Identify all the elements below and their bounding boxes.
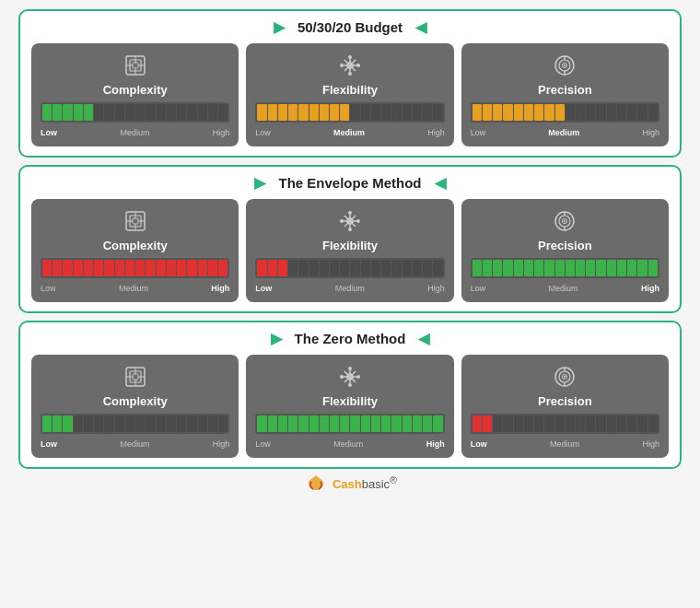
bar-segment-complexity-3-9 — [135, 415, 145, 432]
bar-segments-complexity-1 — [41, 102, 229, 123]
bar-segment-complexity-3-6 — [104, 415, 113, 432]
bar-labels-precision-2: LowMediumHigh — [471, 284, 659, 293]
bar-segment-flexibility-1-1 — [268, 104, 277, 121]
bar-segment-flexibility-3-6 — [320, 415, 329, 432]
bar-segment-flexibility-1-2 — [278, 104, 287, 121]
bar-label-complexity-3-medium: Medium — [120, 439, 149, 449]
bar-segment-precision-2-10 — [576, 260, 585, 276]
bar-segment-precision-3-7 — [544, 415, 554, 432]
bar-segment-precision-1-4 — [514, 104, 523, 121]
bar-segment-precision-3-10 — [576, 415, 585, 432]
svg-point-15 — [356, 64, 360, 67]
precision-icon — [550, 206, 579, 236]
bar-segment-complexity-2-13 — [177, 260, 186, 276]
bar-segment-complexity-2-11 — [157, 260, 166, 276]
cashbasic-logo-icon — [303, 473, 329, 493]
bar-segment-flexibility-3-16 — [423, 415, 432, 432]
bar-label-flexibility-2-medium: Medium — [335, 284, 365, 293]
bar-segment-complexity-2-15 — [198, 260, 207, 276]
bar-segment-precision-2-8 — [555, 260, 565, 276]
bar-container-complexity-2 — [41, 258, 229, 278]
bar-label-complexity-2-low: Low — [41, 284, 56, 293]
bar-segment-complexity-3-12 — [167, 415, 176, 432]
bar-segment-precision-3-8 — [555, 415, 565, 432]
bar-segment-complexity-2-8 — [125, 260, 134, 276]
bar-segment-complexity-1-11 — [157, 104, 166, 121]
bar-segment-flexibility-2-8 — [340, 260, 349, 276]
bar-segment-precision-2-16 — [637, 260, 647, 276]
section-zero: ▶The Zero Method◀ ComplexityLowMediumHig… — [18, 321, 682, 469]
bar-segment-complexity-1-17 — [218, 104, 228, 121]
bar-labels-precision-1: LowMediumHigh — [471, 128, 659, 137]
bar-segment-precision-2-12 — [596, 260, 605, 276]
precision-icon — [550, 362, 579, 392]
card-complexity-1: ComplexityLowMediumHigh — [31, 43, 239, 146]
bar-segment-complexity-3-0 — [42, 415, 52, 432]
bar-segment-flexibility-3-1 — [268, 415, 277, 432]
bar-segment-precision-1-14 — [617, 104, 626, 121]
bar-segment-precision-1-7 — [544, 104, 554, 121]
card-label-flexibility-2: Flexibility — [322, 239, 378, 252]
complexity-icon — [121, 362, 150, 392]
bar-segment-complexity-1-12 — [167, 104, 176, 121]
bar-segment-flexibility-2-6 — [320, 260, 329, 276]
bar-segment-precision-3-13 — [607, 415, 616, 432]
bar-segments-precision-3 — [471, 414, 659, 434]
bar-segment-flexibility-2-9 — [350, 260, 359, 276]
bar-container-precision-2 — [471, 258, 659, 278]
bar-segment-precision-1-15 — [627, 104, 636, 121]
bar-segment-flexibility-3-2 — [278, 415, 287, 432]
bar-segment-flexibility-2-7 — [330, 260, 339, 276]
svg-point-58 — [340, 375, 344, 379]
bar-segment-flexibility-2-5 — [309, 260, 319, 276]
bar-segment-precision-3-1 — [483, 415, 492, 432]
bar-segment-flexibility-2-15 — [413, 260, 422, 276]
bar-label-complexity-1-high: High — [213, 128, 230, 137]
bar-segment-precision-3-16 — [637, 415, 647, 432]
bar-label-flexibility-1-medium: Medium — [333, 128, 365, 137]
bar-segment-complexity-2-4 — [84, 260, 93, 276]
svg-rect-46 — [133, 374, 138, 380]
bar-label-flexibility-1-low: Low — [255, 128, 271, 137]
bar-segment-precision-1-10 — [576, 104, 585, 121]
card-precision-2: PrecisionLowMediumHigh — [461, 199, 669, 302]
card-label-complexity-2: Complexity — [103, 239, 168, 252]
bar-label-precision-1-medium: Medium — [548, 128, 579, 137]
section-title-wrap-envelope: ▶The Envelope Method◀ — [31, 174, 669, 192]
logo-text: Cashbasic® — [332, 474, 397, 491]
bar-segment-flexibility-1-4 — [298, 104, 308, 121]
bar-segment-precision-1-12 — [596, 104, 605, 121]
section-title-wrap-budget5030: ▶50/30/20 Budget◀ — [31, 18, 669, 36]
bar-segment-complexity-2-6 — [104, 260, 113, 276]
bar-segment-flexibility-1-15 — [413, 104, 422, 121]
bar-segment-complexity-3-16 — [208, 415, 217, 432]
svg-point-12 — [348, 55, 352, 59]
bar-segment-complexity-2-12 — [167, 260, 176, 276]
bar-labels-flexibility-3: LowMediumHigh — [255, 439, 444, 449]
card-precision-3: PrecisionLowMediumHigh — [461, 355, 669, 458]
svg-point-19 — [564, 64, 566, 66]
bar-segment-complexity-2-7 — [115, 260, 124, 276]
card-label-precision-3: Precision — [538, 394, 592, 408]
svg-point-36 — [340, 219, 344, 223]
bar-segments-complexity-2 — [41, 258, 229, 278]
bar-label-complexity-2-medium: Medium — [119, 284, 148, 293]
bar-label-precision-1-high: High — [642, 128, 659, 137]
bar-segment-flexibility-2-4 — [298, 260, 308, 276]
bar-segment-complexity-1-2 — [63, 104, 72, 121]
card-complexity-3: ComplexityLowMediumHigh — [31, 355, 239, 458]
arrow-right-icon: ◀ — [415, 18, 426, 36]
bar-label-complexity-2-high: High — [211, 284, 229, 293]
bar-segment-flexibility-2-1 — [268, 260, 277, 276]
bar-segment-flexibility-2-2 — [278, 260, 287, 276]
bar-segment-precision-3-17 — [648, 415, 658, 432]
bar-label-complexity-1-low: Low — [41, 128, 57, 137]
bar-segment-complexity-1-0 — [42, 104, 52, 121]
bar-label-flexibility-3-high: High — [426, 439, 445, 449]
card-label-complexity-3: Complexity — [103, 394, 168, 408]
bar-segment-precision-2-17 — [648, 260, 658, 276]
bar-segment-precision-2-15 — [627, 260, 636, 276]
bar-segment-precision-1-0 — [472, 104, 482, 121]
card-flexibility-1: FlexibilityLowMediumHigh — [246, 43, 453, 146]
card-label-precision-2: Precision — [538, 239, 592, 252]
